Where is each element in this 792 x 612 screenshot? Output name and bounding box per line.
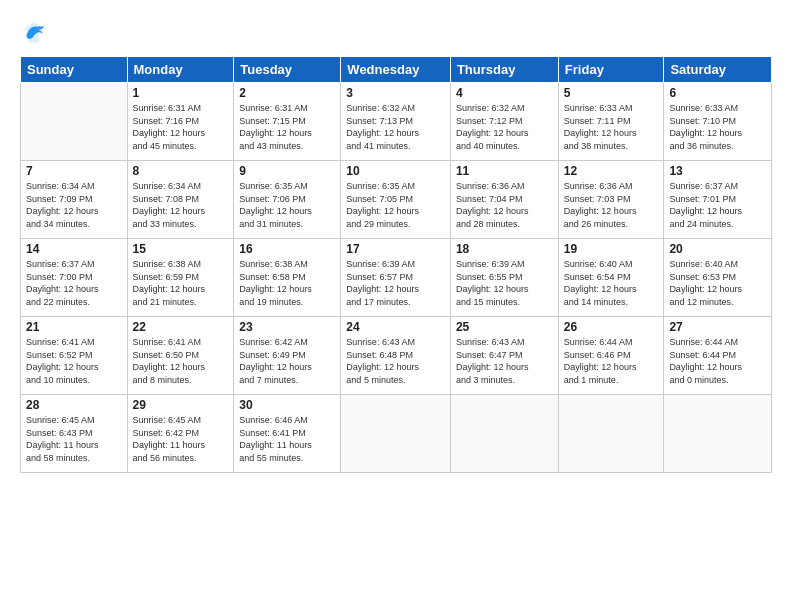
day-cell: 23Sunrise: 6:42 AM Sunset: 6:49 PM Dayli… <box>234 317 341 395</box>
week-row-2: 7Sunrise: 6:34 AM Sunset: 7:09 PM Daylig… <box>21 161 772 239</box>
day-cell: 25Sunrise: 6:43 AM Sunset: 6:47 PM Dayli… <box>450 317 558 395</box>
day-info: Sunrise: 6:46 AM Sunset: 6:41 PM Dayligh… <box>239 414 335 464</box>
day-info: Sunrise: 6:45 AM Sunset: 6:43 PM Dayligh… <box>26 414 122 464</box>
day-number: 26 <box>564 320 659 334</box>
day-number: 1 <box>133 86 229 100</box>
day-number: 23 <box>239 320 335 334</box>
weekday-sunday: Sunday <box>21 57 128 83</box>
day-info: Sunrise: 6:36 AM Sunset: 7:03 PM Dayligh… <box>564 180 659 230</box>
day-info: Sunrise: 6:31 AM Sunset: 7:16 PM Dayligh… <box>133 102 229 152</box>
day-info: Sunrise: 6:43 AM Sunset: 6:47 PM Dayligh… <box>456 336 553 386</box>
day-cell: 12Sunrise: 6:36 AM Sunset: 7:03 PM Dayli… <box>558 161 664 239</box>
day-info: Sunrise: 6:40 AM Sunset: 6:54 PM Dayligh… <box>564 258 659 308</box>
day-number: 2 <box>239 86 335 100</box>
day-cell: 18Sunrise: 6:39 AM Sunset: 6:55 PM Dayli… <box>450 239 558 317</box>
weekday-wednesday: Wednesday <box>341 57 451 83</box>
day-info: Sunrise: 6:39 AM Sunset: 6:57 PM Dayligh… <box>346 258 445 308</box>
day-cell <box>664 395 772 473</box>
day-cell: 28Sunrise: 6:45 AM Sunset: 6:43 PM Dayli… <box>21 395 128 473</box>
day-number: 8 <box>133 164 229 178</box>
weekday-friday: Friday <box>558 57 664 83</box>
day-info: Sunrise: 6:36 AM Sunset: 7:04 PM Dayligh… <box>456 180 553 230</box>
day-info: Sunrise: 6:34 AM Sunset: 7:09 PM Dayligh… <box>26 180 122 230</box>
day-cell: 6Sunrise: 6:33 AM Sunset: 7:10 PM Daylig… <box>664 83 772 161</box>
day-cell: 4Sunrise: 6:32 AM Sunset: 7:12 PM Daylig… <box>450 83 558 161</box>
day-number: 20 <box>669 242 766 256</box>
page: SundayMondayTuesdayWednesdayThursdayFrid… <box>0 0 792 612</box>
day-cell: 22Sunrise: 6:41 AM Sunset: 6:50 PM Dayli… <box>127 317 234 395</box>
day-info: Sunrise: 6:32 AM Sunset: 7:13 PM Dayligh… <box>346 102 445 152</box>
day-number: 19 <box>564 242 659 256</box>
day-number: 24 <box>346 320 445 334</box>
day-cell: 13Sunrise: 6:37 AM Sunset: 7:01 PM Dayli… <box>664 161 772 239</box>
day-info: Sunrise: 6:32 AM Sunset: 7:12 PM Dayligh… <box>456 102 553 152</box>
day-info: Sunrise: 6:33 AM Sunset: 7:10 PM Dayligh… <box>669 102 766 152</box>
day-info: Sunrise: 6:43 AM Sunset: 6:48 PM Dayligh… <box>346 336 445 386</box>
day-info: Sunrise: 6:35 AM Sunset: 7:05 PM Dayligh… <box>346 180 445 230</box>
week-row-5: 28Sunrise: 6:45 AM Sunset: 6:43 PM Dayli… <box>21 395 772 473</box>
day-cell: 3Sunrise: 6:32 AM Sunset: 7:13 PM Daylig… <box>341 83 451 161</box>
weekday-monday: Monday <box>127 57 234 83</box>
day-number: 7 <box>26 164 122 178</box>
day-info: Sunrise: 6:42 AM Sunset: 6:49 PM Dayligh… <box>239 336 335 386</box>
day-number: 21 <box>26 320 122 334</box>
day-cell: 26Sunrise: 6:44 AM Sunset: 6:46 PM Dayli… <box>558 317 664 395</box>
day-cell: 11Sunrise: 6:36 AM Sunset: 7:04 PM Dayli… <box>450 161 558 239</box>
day-info: Sunrise: 6:41 AM Sunset: 6:50 PM Dayligh… <box>133 336 229 386</box>
day-number: 11 <box>456 164 553 178</box>
day-cell: 10Sunrise: 6:35 AM Sunset: 7:05 PM Dayli… <box>341 161 451 239</box>
day-cell: 20Sunrise: 6:40 AM Sunset: 6:53 PM Dayli… <box>664 239 772 317</box>
day-cell: 29Sunrise: 6:45 AM Sunset: 6:42 PM Dayli… <box>127 395 234 473</box>
day-cell: 17Sunrise: 6:39 AM Sunset: 6:57 PM Dayli… <box>341 239 451 317</box>
day-number: 30 <box>239 398 335 412</box>
day-cell: 19Sunrise: 6:40 AM Sunset: 6:54 PM Dayli… <box>558 239 664 317</box>
day-cell: 8Sunrise: 6:34 AM Sunset: 7:08 PM Daylig… <box>127 161 234 239</box>
day-cell: 21Sunrise: 6:41 AM Sunset: 6:52 PM Dayli… <box>21 317 128 395</box>
day-number: 25 <box>456 320 553 334</box>
calendar: SundayMondayTuesdayWednesdayThursdayFrid… <box>20 56 772 473</box>
day-info: Sunrise: 6:34 AM Sunset: 7:08 PM Dayligh… <box>133 180 229 230</box>
day-info: Sunrise: 6:44 AM Sunset: 6:44 PM Dayligh… <box>669 336 766 386</box>
day-cell: 14Sunrise: 6:37 AM Sunset: 7:00 PM Dayli… <box>21 239 128 317</box>
day-cell: 1Sunrise: 6:31 AM Sunset: 7:16 PM Daylig… <box>127 83 234 161</box>
day-info: Sunrise: 6:33 AM Sunset: 7:11 PM Dayligh… <box>564 102 659 152</box>
day-number: 16 <box>239 242 335 256</box>
weekday-thursday: Thursday <box>450 57 558 83</box>
day-number: 14 <box>26 242 122 256</box>
day-number: 17 <box>346 242 445 256</box>
header <box>20 18 772 46</box>
day-number: 6 <box>669 86 766 100</box>
day-number: 15 <box>133 242 229 256</box>
day-info: Sunrise: 6:35 AM Sunset: 7:06 PM Dayligh… <box>239 180 335 230</box>
day-info: Sunrise: 6:38 AM Sunset: 6:58 PM Dayligh… <box>239 258 335 308</box>
day-cell: 16Sunrise: 6:38 AM Sunset: 6:58 PM Dayli… <box>234 239 341 317</box>
day-info: Sunrise: 6:44 AM Sunset: 6:46 PM Dayligh… <box>564 336 659 386</box>
day-cell <box>558 395 664 473</box>
weekday-saturday: Saturday <box>664 57 772 83</box>
day-cell <box>341 395 451 473</box>
day-info: Sunrise: 6:37 AM Sunset: 7:01 PM Dayligh… <box>669 180 766 230</box>
day-info: Sunrise: 6:38 AM Sunset: 6:59 PM Dayligh… <box>133 258 229 308</box>
day-cell: 24Sunrise: 6:43 AM Sunset: 6:48 PM Dayli… <box>341 317 451 395</box>
day-info: Sunrise: 6:37 AM Sunset: 7:00 PM Dayligh… <box>26 258 122 308</box>
day-info: Sunrise: 6:45 AM Sunset: 6:42 PM Dayligh… <box>133 414 229 464</box>
week-row-4: 21Sunrise: 6:41 AM Sunset: 6:52 PM Dayli… <box>21 317 772 395</box>
day-number: 29 <box>133 398 229 412</box>
weekday-tuesday: Tuesday <box>234 57 341 83</box>
day-cell: 7Sunrise: 6:34 AM Sunset: 7:09 PM Daylig… <box>21 161 128 239</box>
day-cell <box>21 83 128 161</box>
day-cell: 30Sunrise: 6:46 AM Sunset: 6:41 PM Dayli… <box>234 395 341 473</box>
day-number: 5 <box>564 86 659 100</box>
weekday-header-row: SundayMondayTuesdayWednesdayThursdayFrid… <box>21 57 772 83</box>
day-number: 9 <box>239 164 335 178</box>
day-cell: 27Sunrise: 6:44 AM Sunset: 6:44 PM Dayli… <box>664 317 772 395</box>
day-info: Sunrise: 6:31 AM Sunset: 7:15 PM Dayligh… <box>239 102 335 152</box>
day-number: 27 <box>669 320 766 334</box>
day-info: Sunrise: 6:39 AM Sunset: 6:55 PM Dayligh… <box>456 258 553 308</box>
day-cell: 5Sunrise: 6:33 AM Sunset: 7:11 PM Daylig… <box>558 83 664 161</box>
logo <box>20 18 52 46</box>
logo-icon <box>20 18 48 46</box>
day-cell <box>450 395 558 473</box>
day-number: 10 <box>346 164 445 178</box>
day-number: 18 <box>456 242 553 256</box>
